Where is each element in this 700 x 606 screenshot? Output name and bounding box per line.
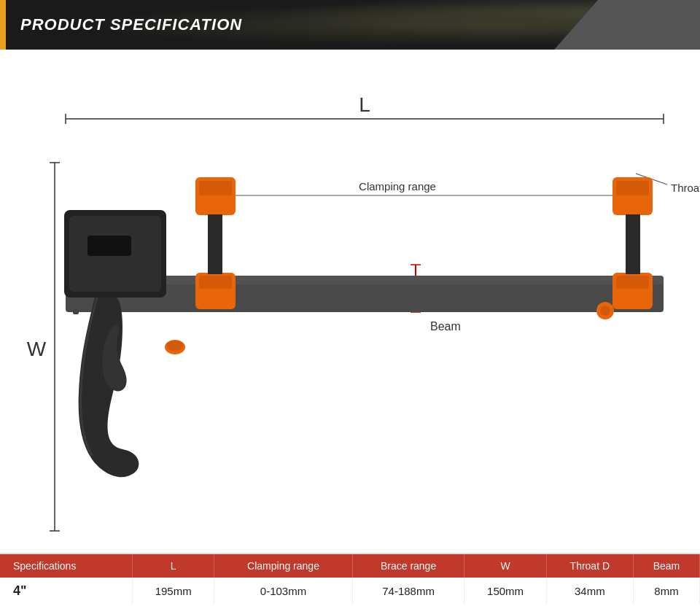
header-cut-decoration — [554, 0, 700, 50]
col-header-brace-range: Brace range — [352, 554, 464, 578]
cell-brace-range: 74-188mm — [352, 578, 464, 605]
header: PRODUCT SPECIFICATION — [0, 0, 700, 50]
svg-rect-27 — [616, 276, 649, 289]
cell-throat-d: 34mm — [546, 578, 633, 605]
specs-table-wrapper: Specifications L Clamping range Brace ra… — [0, 553, 700, 606]
header-accent-bar — [0, 0, 6, 50]
col-header-beam: Beam — [633, 554, 699, 578]
svg-rect-18 — [73, 308, 79, 314]
beam-label: Beam — [430, 320, 461, 333]
svg-rect-17 — [88, 236, 131, 256]
svg-rect-25 — [616, 181, 649, 195]
clamp-diagram: L W Clamping range Throat D Beam — [0, 50, 700, 553]
svg-rect-28 — [626, 214, 640, 274]
col-header-specifications: Specifications — [0, 554, 133, 578]
svg-rect-22 — [199, 276, 232, 289]
col-header-clamping-range: Clamping range — [214, 554, 352, 578]
page-title: PRODUCT SPECIFICATION — [20, 15, 242, 34]
W-label: W — [27, 338, 47, 360]
col-header-throat-d: Throat D — [546, 554, 633, 578]
col-header-W: W — [464, 554, 546, 578]
cell-L: 195mm — [133, 578, 214, 605]
col-header-L: L — [133, 554, 214, 578]
clamping-range-label: Clamping range — [359, 180, 436, 193]
throat-d-label: Throat D — [671, 182, 700, 194]
L-label: L — [359, 93, 370, 116]
cell-spec: 4" — [0, 578, 133, 605]
svg-rect-20 — [199, 181, 232, 195]
cell-beam: 8mm — [633, 578, 699, 605]
cell-clamping-range: 0-103mm — [214, 578, 352, 605]
svg-point-30 — [600, 306, 610, 316]
svg-rect-23 — [208, 214, 222, 274]
diagram-area: L W Clamping range Throat D Beam — [0, 50, 700, 553]
table-header-row: Specifications L Clamping range Brace ra… — [0, 554, 700, 578]
svg-point-32 — [167, 341, 183, 351]
specifications-table: Specifications L Clamping range Brace ra… — [0, 554, 700, 605]
cell-W: 150mm — [464, 578, 546, 605]
table-row: 4" 195mm 0-103mm 74-188mm 150mm 34mm 8mm — [0, 578, 700, 605]
